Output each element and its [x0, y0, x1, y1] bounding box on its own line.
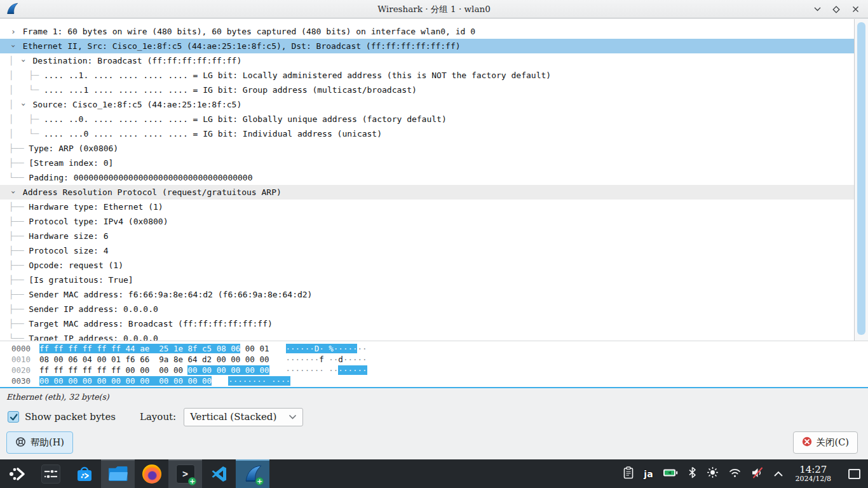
tree-row-label: Target MAC address: Broadcast (ff:ff:ff:… — [29, 319, 273, 329]
tree-row[interactable]: ├── Type: ARP (0x0806) — [0, 141, 868, 156]
tree-row-label: Opcode: request (1) — [29, 261, 123, 270]
close-button[interactable]: 关闭(C) — [793, 431, 858, 454]
clock-date: 2024/12/8 — [796, 475, 831, 483]
hex-ascii[interactable]: ········ ···· — [228, 376, 290, 386]
tree-row[interactable]: ├── [Is gratuitous: True] — [0, 273, 868, 287]
hex-bytes[interactable]: 08 00 06 04 00 01 f6 66 9a 8e 64 d2 00 0… — [39, 354, 269, 365]
show-desktop-button[interactable] — [848, 469, 860, 479]
hex-row[interactable]: 0020ff ff ff ff ff ff 00 00 00 00 00 00 … — [0, 365, 868, 376]
input-method-indicator[interactable]: ja — [644, 469, 653, 479]
taskbar-item-file-manager[interactable] — [101, 459, 135, 488]
hex-row[interactable]: 001008 00 06 04 00 01 f6 66 9a 8e 64 d2 … — [0, 354, 868, 365]
tree-row-label: .... ..0. .... .... .... .... = LG bit: … — [44, 114, 447, 124]
app-launcher-icon — [8, 466, 26, 482]
help-button-label: 帮助(H) — [31, 437, 64, 449]
clock-time: 14:27 — [796, 464, 831, 475]
expanded-arrow-icon[interactable]: › — [16, 100, 31, 109]
packet-detail-tree[interactable]: › Frame 1: 60 bytes on wire (480 bits), … — [0, 19, 868, 341]
battery-tray-icon[interactable] — [663, 468, 678, 480]
tree-guide: ├── — [9, 144, 29, 153]
expanded-arrow-icon[interactable]: › — [6, 42, 21, 51]
tree-row-label: Protocol type: IPv4 (0x0800) — [29, 217, 168, 226]
packet-bytes-pane[interactable]: 0000ff ff ff ff ff ff 44 ae 25 1e 8f c5 … — [0, 341, 868, 388]
tree-row[interactable]: │ ├─ .... ..0. .... .... .... .... = LG … — [0, 112, 868, 126]
tree-row[interactable]: ├── Sender MAC address: f6:66:9a:8e:64:d… — [0, 287, 868, 302]
tree-guide: │ ├─ — [9, 71, 44, 80]
tree-row-label: Frame 1: 60 bytes on wire (480 bits), 60… — [23, 27, 475, 36]
minimize-button[interactable] — [812, 4, 822, 15]
terminal-new-badge: + — [188, 477, 196, 485]
hex-ascii[interactable]: ········ ········ — [286, 365, 367, 376]
tree-row[interactable]: │ ├─ .... ..1. .... .... .... .... = LG … — [0, 68, 868, 83]
firefox-icon — [142, 464, 161, 484]
hex-offset: 0030 — [0, 376, 31, 386]
hex-row[interactable]: 003000 00 00 00 00 00 00 00 00 00 00 00·… — [0, 376, 868, 386]
tree-row[interactable]: │ └─ .... ...0 .... .... .... .... = IG … — [0, 126, 868, 141]
chevron-down-icon — [288, 411, 297, 423]
taskbar-item-vscode[interactable] — [202, 459, 236, 488]
collapsed-arrow-icon[interactable]: › — [9, 24, 18, 39]
hex-bytes[interactable]: ff ff ff ff ff ff 00 00 00 00 00 00 00 0… — [39, 365, 269, 376]
tree-row[interactable]: │ › Destination: Broadcast (ff:ff:ff:ff:… — [0, 53, 868, 68]
tree-row[interactable]: ├── [Stream index: 0] — [0, 156, 868, 170]
taskbar-item-discover[interactable] — [67, 459, 101, 488]
tree-row[interactable]: ├── Opcode: request (1) — [0, 258, 868, 273]
tray-expand-icon[interactable] — [773, 468, 783, 480]
tree-guide: ├── — [9, 246, 29, 255]
tree-guide: │ └─ — [9, 129, 44, 139]
maximize-button[interactable] — [831, 4, 841, 15]
tree-guide: ├── — [9, 304, 29, 314]
tree-row[interactable]: │ └─ .... ...1 .... .... .... .... = IG … — [0, 83, 868, 97]
show-packet-bytes-checkbox[interactable] — [8, 411, 19, 423]
tree-row[interactable]: │ › Source: Cisco_1e:8f:c5 (44:ae:25:1e:… — [0, 97, 868, 112]
tree-scrollbar[interactable] — [854, 19, 868, 341]
tree-row-label: .... ...1 .... .... .... .... = IG bit: … — [44, 85, 417, 95]
help-button[interactable]: 帮助(H) — [6, 431, 73, 454]
taskbar-item-wireshark[interactable]: + — [236, 459, 269, 488]
clock-widget[interactable]: 14:27 2024/12/8 — [796, 464, 831, 483]
show-packet-bytes-label: Show packet bytes — [25, 411, 116, 423]
app-launcher-button[interactable] — [0, 459, 34, 488]
tree-row-label: Hardware type: Ethernet (1) — [29, 202, 163, 212]
wifi-tray-icon[interactable] — [728, 467, 742, 480]
tree-row[interactable]: ├── Target MAC address: Broadcast (ff:ff… — [0, 316, 868, 331]
volume-muted-tray-icon[interactable] — [751, 467, 764, 481]
hex-ascii[interactable]: ·······f ··d····· — [286, 354, 367, 365]
clipboard-tray-icon[interactable] — [623, 466, 634, 482]
hex-offset: 0000 — [0, 343, 31, 354]
tree-row-label: Padding: 0000000000000000000000000000000… — [29, 173, 252, 182]
tree-scrollbar-thumb[interactable] — [857, 22, 865, 335]
hex-bytes[interactable]: 00 00 00 00 00 00 00 00 00 00 00 00 — [39, 376, 212, 386]
expanded-arrow-icon[interactable]: › — [16, 57, 31, 65]
hex-bytes[interactable]: ff ff ff ff ff ff 44 ae 25 1e 8f c5 08 0… — [39, 343, 269, 354]
taskbar-item-firefox[interactable] — [135, 459, 168, 488]
close-button-label: 关闭(C) — [817, 437, 849, 449]
tree-row[interactable]: › Address Resolution Protocol (request/g… — [0, 185, 868, 200]
tree-row[interactable]: └── Padding: 000000000000000000000000000… — [0, 170, 868, 185]
layout-label: Layout: — [140, 411, 176, 423]
tree-row[interactable]: › Ethernet II, Src: Cisco_1e:8f:c5 (44:a… — [0, 39, 868, 53]
tree-guide: ├── — [9, 158, 29, 168]
tree-row[interactable]: ├── Hardware type: Ethernet (1) — [0, 200, 868, 214]
tree-row-label: Target IP address: 0.0.0.0 — [29, 334, 158, 341]
hex-row[interactable]: 0000ff ff ff ff ff ff 44 ae 25 1e 8f c5 … — [0, 343, 868, 354]
tree-row[interactable]: ├── Protocol type: IPv4 (0x0800) — [0, 214, 868, 229]
tree-row[interactable]: ├── Protocol size: 4 — [0, 243, 868, 258]
close-window-button[interactable] — [850, 4, 860, 15]
taskbar-item-settings[interactable] — [34, 459, 67, 488]
bluetooth-tray-icon[interactable] — [688, 466, 697, 481]
tree-row[interactable]: › Frame 1: 60 bytes on wire (480 bits), … — [0, 24, 868, 39]
tree-row[interactable]: ├── Sender IP address: 0.0.0.0 — [0, 302, 868, 316]
layout-select[interactable]: Vertical (Stacked) — [184, 408, 303, 426]
tree-row-label: .... ..1. .... .... .... .... = LG bit: … — [44, 71, 551, 80]
tree-row[interactable]: ├── Hardware size: 6 — [0, 229, 868, 243]
taskbar-item-terminal[interactable]: > + — [168, 459, 202, 488]
tree-row-label: Hardware size: 6 — [29, 231, 108, 241]
tree-row-label: [Stream index: 0] — [29, 158, 113, 168]
tree-row-label: [Is gratuitous: True] — [29, 275, 133, 285]
settings-sliders-icon — [41, 464, 60, 484]
brightness-tray-icon[interactable] — [707, 466, 719, 481]
hex-ascii[interactable]: ······D· %······· — [286, 343, 367, 354]
expanded-arrow-icon[interactable]: › — [6, 188, 21, 197]
tree-row[interactable]: └── Target IP address: 0.0.0.0 — [0, 331, 868, 341]
